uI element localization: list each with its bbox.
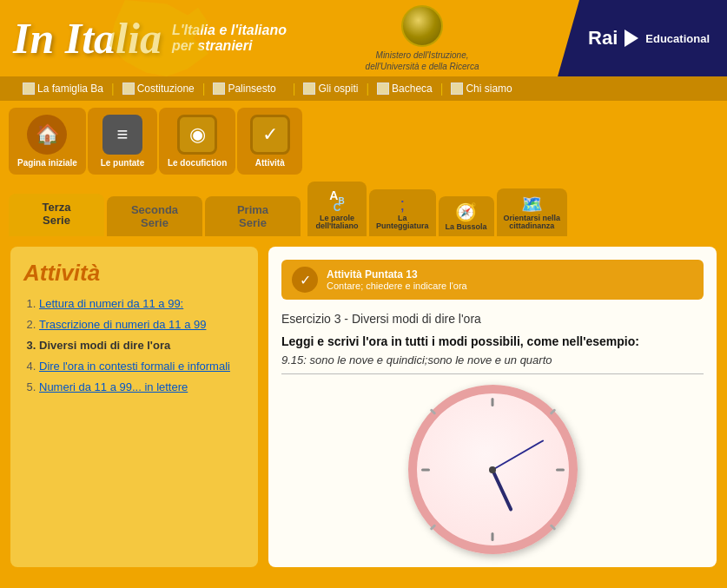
rai-triangle-icon [625, 30, 638, 47]
top-nav-link-costituzione[interactable]: Costituzione [117, 81, 200, 96]
tab-punteggiatura-label: La Punteggiatura [376, 215, 429, 232]
ministry-text: Ministero dell'Istruzione, dell'Universi… [366, 50, 479, 72]
nav-home[interactable]: 🏠 Pagina iniziale [9, 108, 86, 175]
list-item[interactable]: Dire l'ora in contesti formali e informa… [39, 360, 245, 373]
sidebar-title: Attività [23, 260, 245, 287]
activity-puntata: Attività Puntata 13 [327, 268, 467, 281]
top-nav-link-palinsesto[interactable]: Palinsesto [208, 81, 281, 96]
nav-puntate-label: Le puntate [101, 158, 145, 168]
list-item: Diversi modi di dire l'ora [39, 339, 245, 352]
tab-bussola[interactable]: 🧭 La Bussola [439, 196, 494, 236]
exercise-title: Esercizio 3 - Diversi modi di dire l'ora [281, 312, 704, 326]
activity-header: ✓ Attività Puntata 13 Contare; chiedere … [281, 260, 704, 300]
tab-prima-serie-label: Prima Serie [227, 203, 279, 229]
tab-prima-serie[interactable]: Prima Serie [205, 196, 301, 236]
clock-container [281, 385, 704, 554]
minute-hand [492, 439, 545, 471]
nav-attivita-label: Attività [255, 158, 285, 168]
tab-terza-serie-label: Terza Serie [30, 201, 83, 227]
activity-icon: ✓ [292, 267, 318, 293]
tab-seconda-serie[interactable]: Seconda Serie [107, 196, 202, 236]
list-item[interactable]: Lettura di numeri da 11 a 99: [39, 297, 245, 310]
hour-hand [491, 469, 513, 512]
tab-terza-serie[interactable]: Terza Serie [9, 194, 104, 236]
activity-subtitle: Contare; chiedere e indicare l'ora [327, 281, 467, 291]
nav-docufiction[interactable]: ◉ Le docufiction [159, 108, 235, 175]
clock [408, 385, 578, 554]
divider [281, 373, 704, 374]
list-item[interactable]: Numeri da 11 a 99... in lettere [39, 380, 245, 393]
exercise-example: 9.15: sono le nove e quindici;sono le no… [281, 353, 704, 367]
top-nav-link-bacheca[interactable]: Bacheca [372, 81, 438, 96]
tab-cittadinanza[interactable]: 🗺️ Orientarsi nella cittadinanza [497, 188, 568, 237]
tab-cittadinanza-label: Orientarsi nella cittadinanza [504, 215, 561, 232]
nav-puntate[interactable]: ≡ Le puntate [88, 108, 157, 175]
tab-parole-italiano[interactable]: AB C Le parole dell'Italiano [307, 182, 367, 236]
exercise-instruction: Leggi e scrivi l'ora in tutti i modi pos… [281, 334, 704, 348]
educational-label: Educational [645, 32, 710, 45]
nav-docufiction-label: Le docufiction [168, 158, 227, 168]
top-nav-link-famiglia[interactable]: La famiglia Ba [17, 81, 109, 96]
tab-seconda-serie-label: Seconda Serie [129, 203, 181, 229]
nav-home-label: Pagina iniziale [17, 158, 77, 168]
nav-attivita[interactable]: ✓ Attività [237, 108, 302, 175]
tab-punteggiatura[interactable]: ; La Punteggiatura [369, 189, 436, 237]
top-nav-link-ospiti[interactable]: Gli ospiti [298, 81, 363, 96]
list-item[interactable]: Trascrizione di numeri da 11 a 99 [39, 318, 245, 331]
clock-center [489, 466, 496, 473]
rai-label: Rai [588, 27, 618, 50]
top-nav-link-chisiamo[interactable]: Chi siamo [446, 81, 517, 96]
tab-parole-italiano-label: Le parole dell'Italiano [315, 215, 358, 232]
tab-bussola-label: La Bussola [446, 222, 487, 231]
